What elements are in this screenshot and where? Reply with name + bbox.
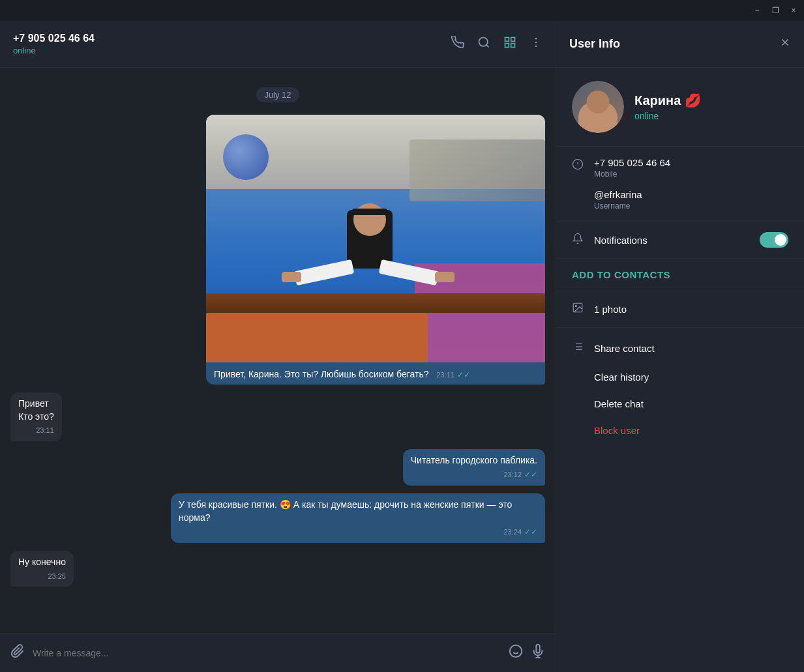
layout-icon[interactable]	[503, 36, 516, 52]
svg-rect-3	[511, 38, 515, 42]
photos-section[interactable]: 1 photo	[556, 291, 804, 328]
incoming-bubble: ПриветКто это? 23:11	[10, 392, 62, 441]
mic-icon[interactable]	[531, 644, 545, 662]
emoji-icon[interactable]	[509, 644, 523, 662]
avatar-image	[572, 81, 624, 133]
username-label: Username	[594, 201, 642, 211]
close-panel-button[interactable]	[779, 37, 791, 51]
read-check-icon: ✓✓	[524, 469, 537, 480]
message-text: У тебя красивые пятки. 😍 А как ты думаеш…	[179, 499, 537, 524]
phone-number: +7 905 025 46 64	[594, 157, 670, 168]
more-menu-icon[interactable]	[529, 36, 543, 52]
delete-chat-row[interactable]: Delete chat	[556, 390, 804, 417]
chat-footer	[0, 633, 556, 672]
share-icon	[572, 341, 584, 356]
svg-point-20	[575, 305, 576, 306]
share-contact-label: Share contact	[594, 343, 655, 354]
chat-header-info: +7 905 025 46 64 online	[13, 33, 451, 55]
svg-point-8	[535, 46, 537, 48]
svg-point-9	[510, 645, 522, 657]
chat-messages: July 12	[0, 68, 556, 633]
message-time: 23:12	[503, 470, 522, 480]
message-input[interactable]	[33, 648, 501, 658]
avatar-details: Карина 💋 online	[634, 93, 701, 121]
clear-history-row[interactable]: Clear history	[556, 364, 804, 390]
attach-icon[interactable]	[10, 644, 25, 662]
clear-history-label: Clear history	[594, 372, 649, 383]
maximize-button[interactable]: ❐	[770, 5, 781, 16]
chat-image[interactable]	[206, 115, 545, 362]
share-contact-row[interactable]: Share contact	[556, 333, 804, 364]
chat-area: +7 905 025 46 64 online	[0, 21, 556, 672]
user-info-panel: User Info Карина 💋 online	[556, 21, 804, 672]
image-message-time: 23:11	[436, 371, 454, 379]
svg-point-6	[535, 38, 537, 40]
svg-point-7	[535, 42, 537, 44]
read-check-icon: ✓✓	[524, 527, 537, 538]
svg-rect-5	[511, 44, 515, 48]
phone-content: +7 905 025 46 64 Mobile	[594, 157, 670, 179]
message-row: Читатель городского паблика. 23:12 ✓✓	[10, 449, 545, 486]
main-layout: +7 905 025 46 64 online	[0, 21, 804, 672]
call-icon[interactable]	[451, 36, 464, 52]
chat-contact-name: +7 905 025 46 64	[13, 33, 451, 44]
message-row: У тебя красивые пятки. 😍 А как ты думаеш…	[10, 493, 545, 543]
message-row: ПриветКто это? 23:11	[10, 392, 545, 441]
read-check-icon: ✓✓	[457, 370, 470, 379]
message-row: Привет, Карина. Это ты? Любишь босиком б…	[10, 115, 545, 385]
panel-title: User Info	[569, 37, 779, 51]
notifications-toggle[interactable]	[760, 232, 788, 248]
contact-info-section: +7 905 025 46 64 Mobile @efrkarina Usern…	[556, 147, 804, 222]
add-to-contacts-button[interactable]: ADD TO CONTACTS	[556, 259, 804, 291]
chat-contact-status: online	[13, 46, 451, 55]
phone-info-row: +7 905 025 46 64 Mobile	[572, 157, 788, 179]
message-meta: 23:24 ✓✓	[179, 527, 537, 538]
message-text: ПриветКто это?	[18, 398, 54, 423]
incoming-bubble: Ну конечно 23:25	[10, 551, 74, 587]
message-text: Ну конечно	[18, 556, 66, 569]
outgoing-bubble: Читатель городского паблика. 23:12 ✓✓	[403, 449, 545, 486]
delete-chat-label: Delete chat	[594, 398, 644, 409]
gym-ball	[223, 134, 269, 180]
photos-label: 1 photo	[594, 304, 627, 315]
notifications-row: Notifications	[556, 222, 804, 259]
titlebar: − ❐ ×	[0, 0, 804, 21]
photo-icon	[572, 302, 584, 317]
message-time: 23:25	[48, 572, 66, 581]
image-caption: Привет, Карина. Это ты? Любишь босиком б…	[206, 362, 545, 385]
username-content: @efrkarina Username	[594, 189, 642, 211]
notifications-label: Notifications	[594, 235, 760, 246]
svg-rect-4	[505, 44, 509, 48]
name-emoji: 💋	[685, 93, 701, 108]
date-divider: July 12	[10, 89, 545, 100]
svg-rect-2	[505, 38, 509, 42]
block-user-label: Block user	[594, 425, 640, 436]
message-time: 23:11	[36, 426, 54, 435]
contact-name: Карина 💋	[634, 93, 701, 108]
message-time: 23:24	[503, 527, 522, 537]
chat-header: +7 905 025 46 64 online	[0, 21, 556, 68]
outgoing-bubble: У тебя красивые пятки. 😍 А как ты думаеш…	[171, 493, 545, 543]
message-text: Читатель городского паблика.	[411, 454, 537, 467]
close-window-button[interactable]: ×	[788, 5, 799, 16]
svg-point-0	[479, 38, 488, 46]
message-meta: 23:12 ✓✓	[411, 469, 537, 480]
message-row: Ну конечно 23:25	[10, 551, 545, 587]
minimize-button[interactable]: −	[752, 5, 762, 16]
search-icon[interactable]	[477, 36, 490, 52]
chat-header-actions	[451, 36, 543, 52]
gym-photo	[206, 115, 545, 362]
contact-online-status: online	[634, 111, 701, 121]
avatar	[572, 81, 624, 133]
panel-header: User Info	[556, 21, 804, 68]
phone-label: Mobile	[594, 169, 670, 179]
image-message-bubble: Привет, Карина. Это ты? Любишь босиком б…	[206, 115, 545, 385]
bell-icon	[572, 233, 584, 248]
username-info-row: @efrkarina Username	[572, 189, 788, 211]
block-user-row[interactable]: Block user	[556, 417, 804, 444]
info-icon	[572, 158, 584, 173]
username-value: @efrkarina	[594, 189, 642, 200]
message-meta: 23:25	[18, 572, 66, 581]
avatar-section: Карина 💋 online	[556, 68, 804, 147]
message-meta: 23:11	[18, 426, 54, 435]
